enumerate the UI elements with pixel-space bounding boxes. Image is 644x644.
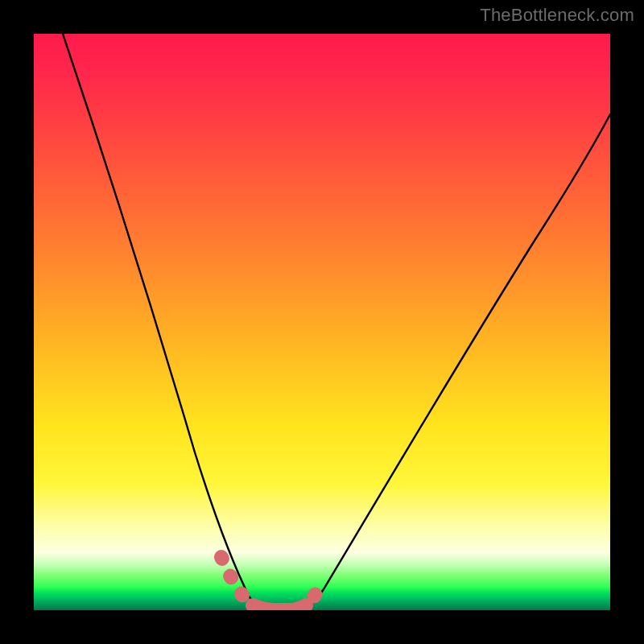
- curve-layer: [34, 34, 610, 610]
- main-curve: [63, 34, 610, 610]
- bottom-marker-flat: [253, 605, 306, 610]
- watermark-text: TheBottleneck.com: [480, 5, 634, 26]
- plot-area: [34, 34, 610, 610]
- chart-frame: TheBottleneck.com: [0, 0, 644, 644]
